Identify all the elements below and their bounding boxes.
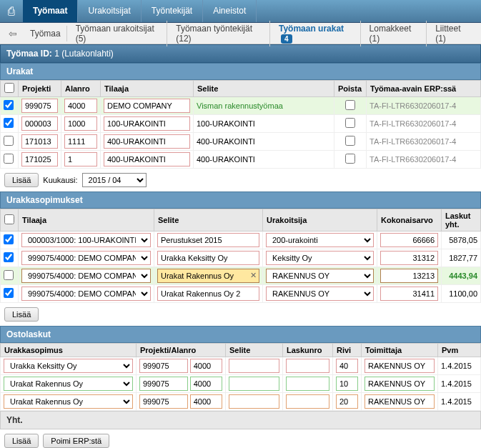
projekti-input[interactable] — [21, 116, 58, 131]
subnav-urakoitsijat[interactable]: Työmaan urakoitsijat (5) — [70, 21, 168, 46]
sop-urak-select[interactable]: RAKENNUS OY — [266, 287, 374, 301]
ostolaskut-table: Urakkasopimus Projekti/Alanro Selite Las… — [0, 343, 481, 411]
sop-arvo-input[interactable] — [380, 287, 438, 301]
urakat-add-button[interactable]: Lisää — [4, 173, 39, 187]
sop-tilaaja-select[interactable]: 999075/4000: DEMO COMPANY — [21, 251, 151, 265]
alanro-input[interactable] — [64, 99, 97, 113]
poista-checkbox[interactable] — [345, 100, 355, 110]
row-checkbox[interactable] — [4, 100, 14, 110]
ol-proj-input[interactable] — [139, 377, 188, 391]
poimi-erp-button[interactable]: Poimi ERP:stä — [43, 434, 109, 448]
ol-selite-input[interactable] — [229, 359, 279, 373]
back-icon[interactable]: ⇦ — [4, 26, 21, 41]
avain-text: TA-FI-LTR6630206017-4 — [367, 97, 481, 115]
row-checkbox[interactable] — [4, 270, 14, 280]
ol-proj-input[interactable] — [139, 359, 188, 373]
sop-selite-input[interactable] — [157, 269, 259, 283]
alanro-input[interactable] — [64, 116, 97, 131]
tilaaja-input[interactable] — [104, 99, 190, 113]
col-ol-selite: Selite — [226, 344, 283, 357]
ol-alan-input[interactable] — [190, 394, 222, 409]
subnav-liitteet[interactable]: Liitteet (1) — [430, 21, 477, 46]
col-ol-pvm: Pvm — [438, 344, 481, 357]
ol-rivi-input[interactable] — [336, 377, 358, 391]
ol-proj-input[interactable] — [139, 394, 188, 409]
ol-sopimus-select[interactable]: Urakka Keksitty Oy — [4, 359, 133, 373]
sop-arvo-input[interactable] — [380, 269, 438, 283]
poista-checkbox[interactable] — [345, 118, 355, 128]
ol-selite-input[interactable] — [229, 394, 279, 409]
col-sop-selite: Selite — [154, 209, 263, 232]
ol-alan-input[interactable] — [190, 359, 222, 373]
projekti-input[interactable] — [21, 152, 58, 166]
row-checkbox[interactable] — [4, 288, 14, 298]
sop-tilaaja-select[interactable]: 000003/1000: 100-URAKOINTI — [21, 233, 151, 247]
worksite-header: Työmaa ID: 1 (Lutakonlahti) — [0, 44, 481, 63]
projekti-input[interactable] — [21, 134, 58, 149]
selite-text: 400-URAKOINTI — [194, 151, 334, 169]
row-checkbox[interactable] — [4, 118, 14, 128]
ol-toim-input[interactable] — [365, 377, 435, 391]
ol-laskunro-input[interactable] — [286, 359, 329, 373]
tab-tyomaat[interactable]: Työmaat — [23, 0, 78, 22]
row-checkbox[interactable] — [4, 154, 14, 164]
ol-sopimus-select[interactable]: Urakat Rakennus Oy — [4, 377, 133, 391]
tab-urakoitsijat[interactable]: Urakoitsijat — [78, 0, 141, 22]
subnav-tyontekijat[interactable]: Työmaan työntekijät (12) — [170, 21, 270, 46]
row-checkbox[interactable] — [4, 234, 14, 244]
subnav-urakat[interactable]: Työmaan urakat 4 — [273, 21, 361, 46]
app-icon[interactable]: ⎙ — [0, 0, 23, 22]
tilaaja-input[interactable] — [104, 152, 190, 166]
alanro-input[interactable] — [64, 152, 97, 166]
sop-urak-select[interactable]: RAKENNUS OY — [266, 269, 374, 283]
month-select[interactable]: 2015 / 04 — [82, 173, 147, 187]
subnav-urakat-label: Työmaan urakat — [279, 24, 344, 34]
sop-selite-input[interactable] — [157, 287, 259, 301]
sop-selite-input[interactable] — [157, 233, 259, 247]
sop-arvo-input[interactable] — [380, 233, 438, 247]
col-ol-laskunro: Laskunro — [283, 344, 333, 357]
tab-aineistot[interactable]: Aineistot — [203, 0, 257, 22]
sop-tilaaja-select[interactable]: 999075/4000: DEMO COMPANY — [21, 269, 151, 283]
tab-tyontekijat[interactable]: Työntekijät — [142, 0, 203, 22]
urakat-checkall[interactable] — [4, 83, 14, 93]
ol-laskunro-input[interactable] — [286, 394, 329, 409]
sopimukset-header: Urakkasopimukset — [0, 191, 481, 209]
ol-rivi-input[interactable] — [336, 359, 358, 373]
clear-icon[interactable]: ✕ — [250, 271, 257, 280]
projekti-input[interactable] — [21, 99, 58, 113]
sopimukset-add-button[interactable]: Lisää — [4, 307, 39, 322]
urakat-badge: 4 — [281, 34, 292, 44]
sop-tilaaja-select[interactable]: 999075/4000: DEMO COMPANY — [21, 287, 151, 301]
row-checkbox[interactable] — [4, 252, 14, 262]
ol-alan-input[interactable] — [190, 377, 222, 391]
ol-toim-input[interactable] — [365, 394, 435, 409]
sop-selite-input[interactable] — [157, 251, 259, 265]
ol-rivi-input[interactable] — [336, 394, 358, 409]
tilaaja-input[interactable] — [104, 134, 190, 149]
sop-urak-select[interactable]: Keksitty Oy — [266, 251, 374, 265]
tilaaja-input[interactable] — [104, 116, 190, 131]
row-checkbox[interactable] — [4, 136, 14, 146]
sop-checkall[interactable] — [4, 214, 14, 224]
table-row: Visman rakennustyömaa TA-FI-LTR663020601… — [1, 97, 481, 115]
ostolaskut-add-button[interactable]: Lisää — [4, 434, 39, 448]
ol-laskunro-input[interactable] — [286, 377, 329, 391]
ol-selite-input[interactable] — [229, 377, 279, 391]
ol-sopimus-select[interactable]: Urakat Rakennus Oy — [4, 394, 133, 409]
subnav-tyomaa[interactable]: Työmaa — [24, 26, 67, 41]
yht-row: Yht. — [0, 411, 481, 429]
table-row: 000003/1000: 100-URAKOINTI 200-urakointi… — [1, 232, 481, 249]
selite-text: Visman rakennustyömaa — [194, 97, 334, 115]
ol-toim-input[interactable] — [365, 359, 435, 373]
avain-text: TA-FI-LTR6630206017-4 — [367, 133, 481, 151]
alanro-input[interactable] — [64, 134, 97, 149]
sop-arvo-input[interactable] — [380, 251, 438, 265]
poista-checkbox[interactable] — [345, 136, 355, 146]
poista-checkbox[interactable] — [345, 154, 355, 164]
col-ol-rivi: Rivi — [333, 344, 362, 357]
sop-urak-select[interactable]: 200-urakointi — [266, 233, 374, 247]
sop-laskut-text: 4443,94 — [442, 267, 481, 285]
table-row: 999075/4000: DEMO COMPANY Keksitty Oy 18… — [1, 249, 481, 267]
subnav-lomakkeet[interactable]: Lomakkeet (1) — [364, 21, 427, 46]
